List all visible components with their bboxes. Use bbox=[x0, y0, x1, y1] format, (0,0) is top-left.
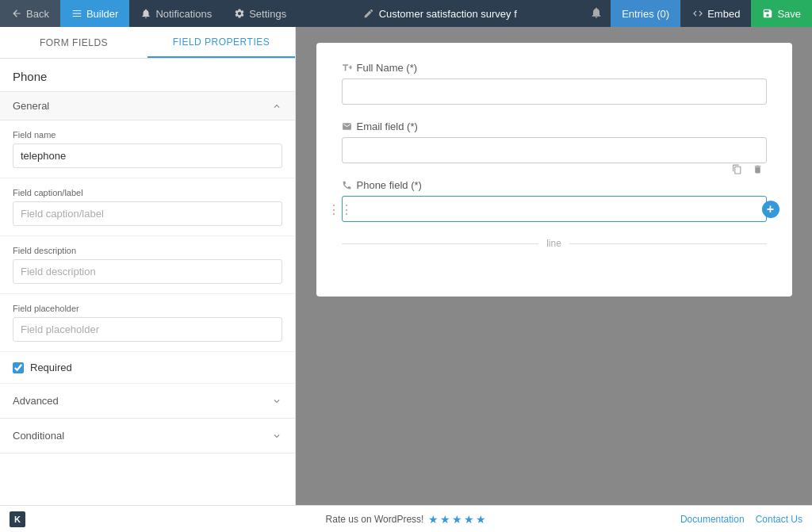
save-icon bbox=[762, 8, 773, 19]
back-label: Back bbox=[26, 8, 49, 20]
tab-form-fields[interactable]: Form Fields bbox=[0, 27, 147, 58]
delete-icon bbox=[753, 164, 763, 174]
nav-right: Entries (0) Embed Save bbox=[582, 0, 812, 27]
full-name-input[interactable] bbox=[342, 78, 767, 105]
builder-label: Builder bbox=[86, 8, 118, 20]
full-name-label: Full Name (*) bbox=[342, 62, 767, 74]
email-input[interactable] bbox=[342, 137, 767, 163]
divider-text: line bbox=[546, 238, 561, 249]
field-description-group: Field description bbox=[0, 236, 295, 294]
star-rating: ★ ★ ★ ★ ★ bbox=[428, 513, 486, 526]
required-label: Required bbox=[30, 362, 72, 373]
required-row: Required bbox=[0, 352, 295, 384]
field-placeholder-label: Field placeholder bbox=[13, 304, 282, 313]
conditional-section: Conditional bbox=[0, 419, 295, 454]
general-label: General bbox=[13, 100, 49, 112]
star-4: ★ bbox=[464, 513, 474, 526]
email-icon bbox=[342, 121, 352, 132]
tab-field-properties[interactable]: Field Properties bbox=[147, 27, 295, 58]
advanced-section-header[interactable]: Advanced bbox=[0, 384, 295, 418]
collapse-icon bbox=[271, 101, 282, 112]
star-2: ★ bbox=[440, 513, 450, 526]
field-placeholder-group: Field placeholder bbox=[0, 294, 295, 352]
field-description-input[interactable] bbox=[13, 259, 282, 284]
k-logo-mark: K bbox=[10, 511, 25, 527]
phone-input[interactable] bbox=[342, 196, 767, 222]
star-5: ★ bbox=[476, 513, 486, 526]
left-panel: Form Fields Field Properties Phone Gener… bbox=[0, 27, 296, 505]
field-caption-label: Field caption/label bbox=[13, 188, 282, 197]
builder-button[interactable]: Builder bbox=[60, 0, 129, 27]
email-label: Email field (*) bbox=[342, 121, 767, 132]
builder-icon bbox=[71, 8, 82, 19]
bottom-center: Rate us on WordPress! ★ ★ ★ ★ ★ bbox=[326, 513, 487, 526]
field-name-group: Field name bbox=[0, 121, 295, 178]
star-3: ★ bbox=[452, 513, 462, 526]
entries-button[interactable]: Entries (0) bbox=[611, 0, 680, 27]
phone-input-wrapper: ⋮⋮ + bbox=[342, 196, 767, 222]
brand-logo: K bbox=[10, 511, 25, 527]
save-button[interactable]: Save bbox=[751, 0, 812, 27]
advanced-label: Advanced bbox=[13, 395, 59, 407]
phone-field: Phone field (*) ⋮⋮ + bbox=[342, 179, 767, 222]
top-nav: Back Builder Notifications Settings Cust… bbox=[0, 0, 812, 27]
settings-button[interactable]: Settings bbox=[223, 0, 297, 27]
field-name-input[interactable] bbox=[13, 144, 282, 168]
drag-handle[interactable]: ⋮⋮ bbox=[327, 201, 353, 216]
panel-title: Phone bbox=[0, 59, 295, 91]
delete-field-button[interactable] bbox=[749, 160, 767, 178]
embed-button[interactable]: Embed bbox=[680, 0, 751, 27]
back-icon bbox=[11, 8, 22, 19]
edit-icon bbox=[363, 8, 374, 19]
full-name-field: Full Name (*) bbox=[342, 62, 767, 105]
phone-field-actions bbox=[729, 160, 767, 178]
field-caption-group: Field caption/label bbox=[0, 178, 295, 236]
bottom-links: Documentation Contact Us bbox=[680, 514, 802, 525]
text-field-icon bbox=[342, 63, 352, 73]
copy-field-button[interactable] bbox=[729, 160, 746, 178]
advanced-section: Advanced bbox=[0, 384, 295, 419]
copy-icon bbox=[732, 164, 742, 174]
embed-icon bbox=[692, 8, 703, 19]
form-title: Customer satisfaction survey f bbox=[363, 8, 517, 20]
notifications-button[interactable]: Notifications bbox=[129, 0, 223, 27]
divider-line-right bbox=[569, 243, 767, 244]
form-divider: line bbox=[342, 238, 767, 249]
notifications-label: Notifications bbox=[155, 8, 212, 20]
phone-label: Phone field (*) bbox=[342, 179, 767, 191]
form-preview: Full Name (*) Email field (*) Phone fiel… bbox=[296, 27, 812, 505]
field-description-label: Field description bbox=[13, 246, 282, 255]
email-field: Email field (*) bbox=[342, 121, 767, 163]
notifications-icon bbox=[140, 8, 151, 19]
field-name-label: Field name bbox=[13, 130, 282, 140]
conditional-section-header[interactable]: Conditional bbox=[0, 419, 295, 453]
documentation-link[interactable]: Documentation bbox=[680, 514, 745, 525]
advanced-chevron-icon bbox=[271, 396, 282, 407]
conditional-chevron-icon bbox=[271, 431, 282, 442]
bottom-bar: K Rate us on WordPress! ★ ★ ★ ★ ★ Docume… bbox=[0, 505, 812, 532]
add-field-button[interactable]: + bbox=[762, 201, 779, 218]
conditional-label: Conditional bbox=[13, 430, 64, 442]
field-caption-input[interactable] bbox=[13, 201, 282, 226]
settings-icon bbox=[234, 8, 245, 19]
rate-text: Rate us on WordPress! bbox=[326, 514, 424, 525]
bell-icon[interactable] bbox=[582, 6, 611, 21]
field-placeholder-input[interactable] bbox=[13, 317, 282, 342]
divider-line-left bbox=[342, 243, 539, 244]
left-tabs: Form Fields Field Properties bbox=[0, 27, 295, 59]
star-1: ★ bbox=[428, 513, 439, 526]
phone-icon bbox=[342, 180, 352, 190]
settings-label: Settings bbox=[249, 8, 286, 20]
contact-us-link[interactable]: Contact Us bbox=[756, 514, 802, 525]
required-checkbox[interactable] bbox=[13, 362, 24, 373]
back-button[interactable]: Back bbox=[0, 0, 60, 27]
main-area: Form Fields Field Properties Phone Gener… bbox=[0, 27, 812, 505]
form-card: Full Name (*) Email field (*) Phone fiel… bbox=[316, 43, 792, 297]
general-section-header[interactable]: General bbox=[0, 91, 295, 121]
